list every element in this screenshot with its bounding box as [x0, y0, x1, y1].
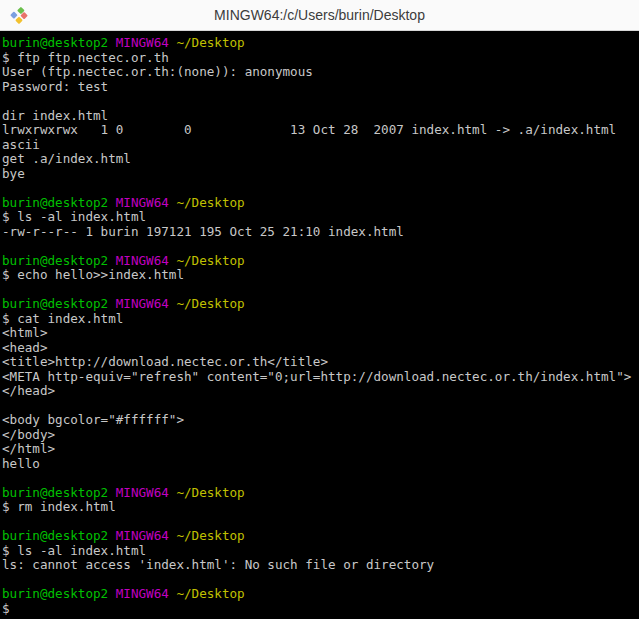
prompt-user-host: burin@desktop2 — [2, 35, 108, 50]
terminal-line — [2, 573, 639, 588]
terminal-line — [2, 239, 639, 254]
terminal-line: </head> — [2, 384, 639, 399]
prompt-cwd: ~/Desktop — [176, 485, 244, 500]
prompt-line: burin@desktop2 MINGW64 ~/Desktop — [2, 36, 639, 51]
titlebar[interactable]: MINGW64:/c/Users/burin/Desktop — [0, 0, 639, 31]
git-bash-icon[interactable] — [9, 6, 29, 26]
terminal-line: $ ls -al index.html — [2, 210, 639, 225]
prompt-line: burin@desktop2 MINGW64 ~/Desktop — [2, 297, 639, 312]
prompt-cwd: ~/Desktop — [176, 195, 244, 210]
terminal-line — [2, 515, 639, 530]
prompt-line: burin@desktop2 MINGW64 ~/Desktop — [2, 254, 639, 269]
terminal-line: <title>http://download.nectec.or.th</tit… — [2, 355, 639, 370]
terminal-line: lrwxrwxrwx 1 0 0 13 Oct 28 2007 index.ht… — [2, 123, 639, 138]
terminal-line: <body bgcolor="#ffffff"> — [2, 413, 639, 428]
prompt-env: MINGW64 — [116, 528, 169, 543]
prompt-cwd: ~/Desktop — [176, 586, 244, 601]
terminal-line: bye — [2, 167, 639, 182]
terminal-line: -rw-r--r-- 1 burin 197121 195 Oct 25 21:… — [2, 225, 639, 240]
window-title: MINGW64:/c/Users/burin/Desktop — [214, 7, 425, 23]
terminal-line: ascii — [2, 138, 639, 153]
terminal-line: $ rm index.html — [2, 500, 639, 515]
prompt-cwd: ~/Desktop — [176, 528, 244, 543]
prompt-user-host: burin@desktop2 — [2, 485, 108, 500]
prompt-user-host: burin@desktop2 — [2, 296, 108, 311]
prompt-line: burin@desktop2 MINGW64 ~/Desktop — [2, 587, 639, 602]
prompt-user-host: burin@desktop2 — [2, 195, 108, 210]
terminal-line: ls: cannot access 'index.html': No such … — [2, 558, 639, 573]
terminal-line: $ cat index.html — [2, 312, 639, 327]
terminal-line: get .a/index.html — [2, 152, 639, 167]
terminal-line: $ — [2, 602, 639, 617]
terminal-line — [2, 94, 639, 109]
prompt-cwd: ~/Desktop — [176, 253, 244, 268]
terminal-line — [2, 471, 639, 486]
prompt-line: burin@desktop2 MINGW64 ~/Desktop — [2, 486, 639, 501]
prompt-env: MINGW64 — [116, 195, 169, 210]
prompt-cwd: ~/Desktop — [176, 296, 244, 311]
terminal-line: <META http-equiv="refresh" content="0;ur… — [2, 370, 639, 385]
terminal-line — [2, 181, 639, 196]
terminal-line: dir index.html — [2, 109, 639, 124]
terminal-line — [2, 399, 639, 414]
prompt-line: burin@desktop2 MINGW64 ~/Desktop — [2, 196, 639, 211]
prompt-env: MINGW64 — [116, 296, 169, 311]
terminal-line — [2, 283, 639, 298]
terminal-line: hello — [2, 457, 639, 472]
prompt-user-host: burin@desktop2 — [2, 528, 108, 543]
prompt-cwd: ~/Desktop — [176, 35, 244, 50]
terminal-line: <html> — [2, 326, 639, 341]
terminal-line: User (ftp.nectec.or.th:(none)): anonymou… — [2, 65, 639, 80]
prompt-env: MINGW64 — [116, 35, 169, 50]
terminal-line: </html> — [2, 442, 639, 457]
prompt-user-host: burin@desktop2 — [2, 586, 108, 601]
terminal-output[interactable]: burin@desktop2 MINGW64 ~/Desktop$ ftp ft… — [0, 31, 639, 619]
terminal-line: $ echo hello>>index.html — [2, 268, 639, 283]
prompt-line: burin@desktop2 MINGW64 ~/Desktop — [2, 529, 639, 544]
prompt-env: MINGW64 — [116, 586, 169, 601]
prompt-env: MINGW64 — [116, 485, 169, 500]
mintty-window: MINGW64:/c/Users/burin/Desktop burin@des… — [0, 0, 639, 619]
terminal-line: $ ls -al index.html — [2, 544, 639, 559]
prompt-user-host: burin@desktop2 — [2, 253, 108, 268]
terminal-line: <head> — [2, 341, 639, 356]
terminal-line: $ ftp ftp.nectec.or.th — [2, 51, 639, 66]
terminal-line: Password: test — [2, 80, 639, 95]
terminal-line: </body> — [2, 428, 639, 443]
prompt-env: MINGW64 — [116, 253, 169, 268]
